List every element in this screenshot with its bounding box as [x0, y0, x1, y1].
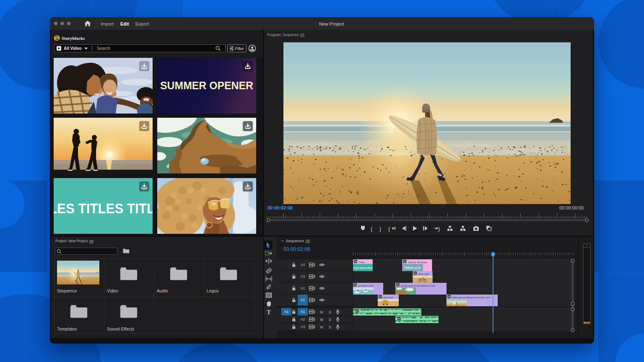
- svg-text:A3: A3: [301, 325, 305, 329]
- svg-text:SUMMER OPENER: SUMMER OPENER: [160, 79, 253, 92]
- svg-text:Storyblocks: Storyblocks: [62, 36, 85, 41]
- svg-text:fx: fx: [397, 284, 400, 286]
- svg-text:V3: V3: [301, 274, 305, 279]
- svg-text:fx: fx: [398, 317, 401, 320]
- svg-text:fx: fx: [404, 260, 406, 263]
- svg-text:Search: Search: [97, 46, 110, 51]
- svg-text:S: S: [329, 318, 331, 322]
- svg-text:fx: fx: [356, 310, 359, 312]
- svg-text:Filter: Filter: [235, 46, 244, 51]
- svg-text:surf.mp4: surf.mp4: [383, 296, 393, 299]
- svg-text:fx: fx: [354, 284, 357, 286]
- svg-text:}: }: [438, 226, 440, 232]
- svg-text:{: {: [371, 226, 373, 232]
- svg-text:All Video: All Video: [64, 46, 82, 51]
- svg-text:fx: fx: [379, 295, 382, 298]
- svg-text:TLES TITLES TITLE: TLES TITLES TITLE: [353, 267, 372, 269]
- svg-text:aerial-view-of-the-harbour.mp4: aerial-view-of-the-harbour.mp4: [401, 284, 435, 287]
- svg-text:jet-skies.mp4: jet-skies.mp4: [358, 284, 374, 287]
- svg-text:S: S: [329, 310, 331, 314]
- svg-text:fx: fx: [355, 260, 357, 263]
- svg-text:M: M: [320, 310, 323, 314]
- svg-text:fx: fx: [448, 295, 451, 298]
- svg-text:Titles: Titles: [359, 261, 365, 264]
- svg-text:V4: V4: [301, 263, 305, 267]
- svg-text:M: M: [320, 325, 323, 329]
- svg-text:walk-with-surfboard-at-beach.m: walk-with-surfboard-at-beach.mp4: [452, 296, 490, 299]
- svg-text:bike.mp4: bike.mp4: [419, 273, 429, 275]
- svg-text:M: M: [320, 318, 323, 322]
- svg-text:{: {: [388, 226, 390, 232]
- svg-text:V1: V1: [301, 298, 305, 302]
- svg-text:LES TITLES TITL: LES TITLES TITL: [54, 200, 153, 216]
- svg-text:fx: fx: [414, 272, 417, 274]
- svg-text:TEMPLATE: TEMPLATE: [404, 266, 421, 269]
- svg-text:Opener Template: Opener Template: [408, 261, 428, 264]
- svg-text:S: S: [329, 325, 331, 329]
- svg-text:A1: A1: [301, 310, 305, 314]
- svg-text:A2: A2: [301, 317, 305, 321]
- svg-text:T: T: [267, 309, 271, 315]
- svg-text:A1: A1: [284, 310, 289, 314]
- svg-text:V2: V2: [301, 286, 305, 290]
- svg-text:}: }: [379, 226, 382, 232]
